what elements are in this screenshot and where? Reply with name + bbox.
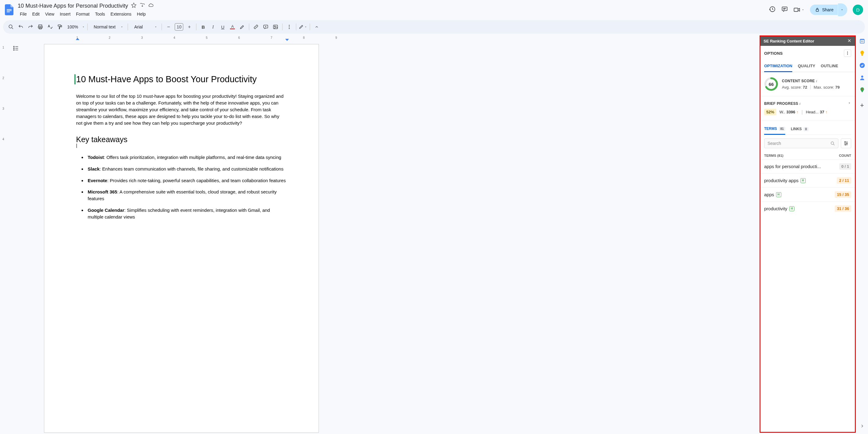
search-placeholder: Search <box>768 141 831 146</box>
menu-view[interactable]: View <box>42 10 57 18</box>
outline-toggle-icon[interactable] <box>10 43 21 54</box>
word-count: 3396 <box>786 110 795 114</box>
collapse-toolbar-icon[interactable] <box>312 23 321 31</box>
highlight-icon[interactable] <box>238 23 246 31</box>
filter-icon[interactable] <box>841 139 851 148</box>
contacts-icon[interactable] <box>859 75 865 81</box>
editing-mode-icon[interactable] <box>299 23 307 31</box>
term-count: 15 / 35 <box>835 191 851 198</box>
svg-point-27 <box>847 143 847 144</box>
panel-title: SE Ranking Content Editor <box>764 39 814 44</box>
keep-icon[interactable] <box>859 50 865 56</box>
avatar[interactable]: D <box>853 5 863 15</box>
terms-header: TERMS (81) <box>764 154 783 157</box>
share-dropdown[interactable] <box>838 3 847 16</box>
svg-point-20 <box>847 52 848 52</box>
calendar-icon[interactable]: 31 <box>859 38 865 44</box>
decrease-font-icon[interactable] <box>164 23 173 31</box>
increase-font-icon[interactable] <box>185 23 194 31</box>
content-score-label: CONTENT SCORE <box>782 79 815 83</box>
cloud-icon[interactable] <box>148 2 154 9</box>
tab-links[interactable]: LINKS0 <box>791 125 808 135</box>
menu-file[interactable]: File <box>17 10 30 18</box>
svg-point-16 <box>289 28 290 29</box>
doc-title[interactable]: 10 Must-Have Apps for Personal Productiv… <box>18 3 128 9</box>
up-arrow-icon: ↑ <box>826 110 828 114</box>
svg-point-35 <box>861 88 863 90</box>
maps-icon[interactable] <box>859 87 865 93</box>
menu-format[interactable]: Format <box>73 10 92 18</box>
font-size-input[interactable]: 10 <box>175 23 183 31</box>
menu-edit[interactable]: Edit <box>30 10 42 18</box>
text-color-icon[interactable]: A <box>228 23 237 31</box>
star-icon[interactable] <box>131 2 136 9</box>
doc-heading-1: 10 Must-Have Apps to Boost Your Producti… <box>74 74 287 84</box>
expand-icon[interactable] <box>847 101 851 106</box>
info-icon[interactable]: i <box>816 79 817 83</box>
doc-heading-2: Key takeaways <box>76 135 287 144</box>
right-indent-marker[interactable] <box>285 38 289 41</box>
close-icon[interactable] <box>847 38 852 44</box>
link-icon[interactable] <box>252 23 260 31</box>
term-row[interactable]: productivity appsH2 / 11 <box>761 173 855 187</box>
svg-rect-5 <box>816 9 818 11</box>
paragraph-style-select[interactable]: Normal text <box>90 25 126 29</box>
h-badge: H <box>789 206 795 211</box>
bold-icon[interactable]: B <box>199 23 207 31</box>
docs-logo[interactable] <box>3 4 15 16</box>
italic-icon[interactable]: I <box>209 23 217 31</box>
paint-format-icon[interactable] <box>56 23 64 31</box>
tasks-icon[interactable] <box>859 62 865 68</box>
text-cursor: | <box>76 144 287 147</box>
zoom-select[interactable]: 100% <box>65 25 85 29</box>
share-button[interactable]: Share <box>810 5 838 15</box>
share-label: Share <box>822 7 834 12</box>
svg-rect-2 <box>7 11 10 12</box>
tab-outline[interactable]: OUTLINE <box>821 62 838 72</box>
underline-icon[interactable]: U <box>218 23 227 31</box>
print-icon[interactable] <box>36 23 44 31</box>
tab-terms[interactable]: TERMS81 <box>764 125 785 135</box>
menu-tools[interactable]: Tools <box>92 10 108 18</box>
list-item: Google Calendar: Simplifies scheduling w… <box>87 207 287 220</box>
content-score: 66 <box>764 77 778 91</box>
term-row[interactable]: apps for personal producti...0 / 1 <box>761 159 855 173</box>
svg-rect-0 <box>7 9 11 10</box>
term-row[interactable]: appsH15 / 35 <box>761 187 855 201</box>
svg-rect-32 <box>861 55 863 56</box>
undo-icon[interactable] <box>17 23 25 31</box>
list-item: Slack: Enhances team communication with … <box>87 166 287 172</box>
svg-point-19 <box>13 50 14 51</box>
comment-icon[interactable] <box>781 6 788 14</box>
spellcheck-icon[interactable] <box>46 23 54 31</box>
term-count: 31 / 36 <box>835 205 851 212</box>
menu-help[interactable]: Help <box>134 10 149 18</box>
document-page[interactable]: 10 Must-Have Apps to Boost Your Producti… <box>44 44 319 433</box>
add-addon-icon[interactable]: + <box>860 102 864 109</box>
heading-count: 37 <box>820 110 824 114</box>
redo-icon[interactable] <box>26 23 35 31</box>
info-icon[interactable]: i <box>800 102 801 106</box>
insert-image-icon[interactable] <box>271 23 280 31</box>
collapse-rail-icon[interactable] <box>860 424 865 430</box>
term-row[interactable]: productivityH31 / 36 <box>761 201 855 215</box>
menu-extensions[interactable]: Extensions <box>108 10 134 18</box>
add-comment-icon[interactable] <box>261 23 270 31</box>
h-badge: H <box>776 192 781 197</box>
list-item: Microsoft 365: A comprehensive suite wit… <box>87 189 287 202</box>
tab-optimization[interactable]: OPTIMIZATION <box>764 62 792 72</box>
up-arrow-icon: ↑ <box>797 110 799 114</box>
svg-rect-3 <box>782 7 787 11</box>
history-icon[interactable] <box>769 6 776 14</box>
search-icon[interactable] <box>7 23 15 31</box>
more-tools-icon[interactable] <box>285 23 293 31</box>
tab-quality[interactable]: QUALITY <box>798 62 815 72</box>
move-icon[interactable] <box>140 2 145 9</box>
se-ranking-panel: SE Ranking Content Editor OPTIONS OPTIMI… <box>760 35 856 433</box>
menu-insert[interactable]: Insert <box>57 10 73 18</box>
font-select[interactable]: Arial <box>130 25 159 29</box>
meet-icon[interactable] <box>794 6 804 13</box>
options-more-icon[interactable] <box>844 50 851 57</box>
search-input[interactable]: Search <box>764 139 838 148</box>
svg-point-13 <box>275 26 276 27</box>
